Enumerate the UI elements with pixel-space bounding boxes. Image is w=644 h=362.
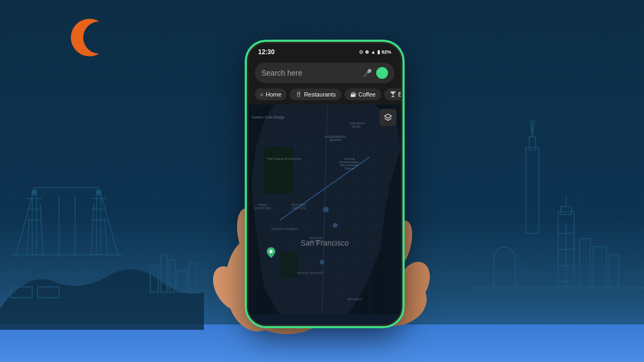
poi-bayview: BAYVIEW [348, 298, 362, 301]
mic-icon[interactable]: 🎤 [363, 69, 372, 77]
filter-bars-label: B... [398, 91, 401, 98]
twin-peaks-pin [267, 247, 275, 256]
search-placeholder: Search here [261, 69, 358, 77]
svg-point-75 [323, 206, 328, 212]
battery-text: 92% [382, 49, 391, 55]
filter-home[interactable]: ⌂ Home [255, 88, 287, 100]
poi-fishermans-wharf: FISHERMAN'SWHARF [325, 135, 346, 142]
filter-coffee[interactable]: ☕ Coffee [345, 88, 381, 100]
scene-container: 12:30 ⊙ ⊛ ▲ ▮ 92% Search here 🎤 [0, 0, 644, 362]
filter-home-label: Home [266, 91, 281, 98]
search-bar[interactable]: Search here 🎤 [255, 63, 394, 83]
search-section: Search here 🎤 [248, 58, 401, 86]
location-icon: ⊙ [359, 49, 363, 55]
status-time: 12:30 [258, 48, 275, 56]
coffee-icon: ☕ [350, 91, 356, 97]
svg-marker-81 [385, 114, 392, 118]
layer-button[interactable] [379, 109, 397, 126]
filter-restaurants-label: Restaurants [304, 91, 335, 98]
poi-sf-label: San Francisco [301, 239, 348, 247]
status-bar: 12:30 ⊙ ⊛ ▲ ▮ 92% [248, 43, 401, 58]
restaurant-icon: 🍴 [295, 91, 302, 97]
status-icons: ⊙ ⊛ ▲ ▮ 92% [359, 49, 391, 55]
svg-rect-73 [264, 146, 293, 194]
svg-rect-74 [280, 252, 298, 278]
poi-palace-fine-arts: The Palace Of Fine Arts [267, 157, 301, 160]
map-area[interactable]: Golden Gate Bridge FISHERMAN'SWHARF The … [248, 105, 401, 324]
phone-wrapper: 12:30 ⊙ ⊛ ▲ ▮ 92% Search here 🎤 [199, 20, 445, 353]
wifi-icon: ▲ [371, 49, 376, 55]
svg-point-80 [269, 250, 273, 253]
filters-section: ⌂ Home 🍴 Restaurants ☕ Coffee 🍸 B... [248, 86, 401, 105]
vpn-icon: ⊛ [365, 49, 369, 55]
poi-golden-gate: Golden Gate Bridge [252, 115, 285, 119]
home-icon: ⌂ [260, 91, 264, 97]
phone-frame: 12:30 ⊙ ⊛ ▲ ▮ 92% Search here 🎤 [247, 42, 402, 326]
phone-content: 12:30 ⊙ ⊛ ▲ ▮ 92% Search here 🎤 [248, 43, 401, 324]
bar-icon: 🍸 [390, 91, 396, 97]
filter-bars[interactable]: 🍸 B... [384, 88, 401, 100]
poi-inner-richmond: INNERRICHMOND [254, 203, 270, 210]
green-dot [376, 67, 388, 79]
poi-bernal: BERNAL HEIGHTS [297, 271, 323, 275]
poi-embarcadero: CentralEmbarcaderoPiers HistoricDistrict [340, 157, 359, 170]
poi-treasury: TREASURYISLAN... [349, 122, 365, 128]
filter-coffee-label: Coffee [358, 91, 376, 98]
poi-haight: HAUGHT-ASHBURY [272, 227, 299, 231]
signal-icon: ▮ [377, 49, 380, 55]
filter-restaurants[interactable]: 🍴 Restaurants [290, 88, 341, 100]
svg-point-76 [333, 223, 338, 227]
poi-western-addition: WESTERNADDITION [291, 203, 306, 210]
